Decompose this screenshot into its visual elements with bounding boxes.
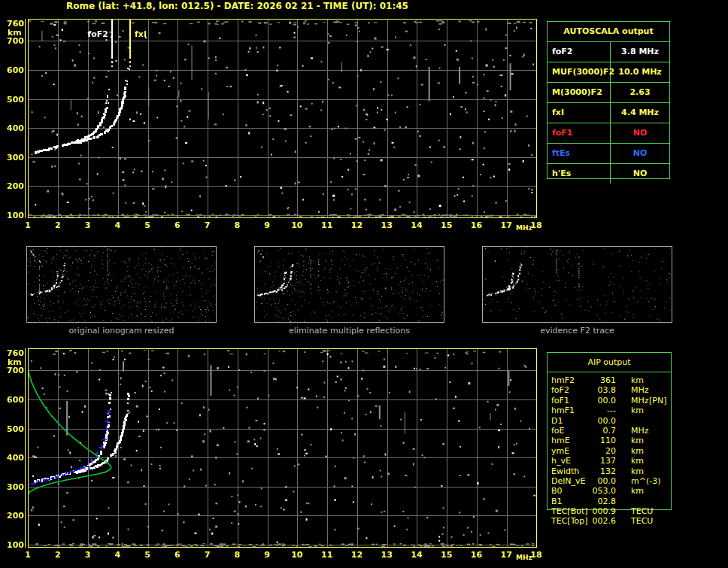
parameter-unit: TECU (631, 516, 653, 526)
x-tick-label: 14 (407, 220, 426, 230)
aip-row-hve: h_vE137km (547, 456, 682, 466)
parameter-value: 000.9 (583, 506, 616, 516)
parameter-unit: m^(-3) (631, 476, 660, 486)
parameter-label: foF2 (551, 385, 569, 395)
bottom-ionogram-plot (28, 348, 537, 548)
y-tick-label: 300 (2, 153, 24, 163)
thumbnail-caption: eliminate multiple reflections (254, 326, 444, 336)
autoscala-row-fxi: fxI4.4 MHz (548, 102, 669, 123)
aip-row-yme: ymE20km (547, 446, 682, 456)
x-tick-label: 15 (437, 220, 457, 230)
x-tick-label: 12 (347, 220, 366, 230)
x-tick-label: 13 (377, 550, 396, 560)
y-tick-label: 300 (2, 482, 24, 492)
parameter-value: 00.0 (583, 416, 616, 426)
x-tick-label: 5 (138, 220, 157, 230)
y-tick-label: 100 (2, 211, 24, 220)
parameter-unit: km (631, 456, 644, 466)
parameter-unit: km (631, 436, 644, 445)
parameter-label: Ewidth (551, 466, 579, 476)
parameter-unit: MHz (631, 396, 649, 405)
thumbnail-original-ionogram-canvas (27, 247, 216, 322)
parameter-label: D1 (551, 416, 563, 426)
aip-row-ewidth: Ewidth132km (547, 466, 682, 476)
parameter-unit: km (631, 405, 644, 415)
parameter-label: MUF(3000)F2 (548, 62, 611, 82)
y-axis-line (25, 19, 26, 218)
top-ionogram-plot (28, 19, 537, 218)
parameter-value: NO (611, 123, 669, 143)
y-tick-label: 100 (2, 540, 24, 550)
parameter-label: foF1 (551, 396, 569, 405)
x-tick-label: 10 (287, 220, 307, 230)
x-tick-label: 14 (407, 550, 426, 560)
aip-row-b1: B102.8 (547, 497, 682, 506)
parameter-value: 20 (583, 446, 616, 456)
parameter-unit: MHz (631, 385, 649, 395)
aip-row-foe: foE0.7MHz (547, 426, 682, 436)
x-tick-label: 6 (168, 550, 187, 560)
parameter-label: B1 (551, 497, 563, 506)
y-axis-unit-label: km (8, 357, 22, 367)
parameter-value: NO (611, 164, 669, 184)
x-tick-label: 9 (257, 220, 277, 230)
parameter-value: 0.7 (583, 426, 616, 436)
y-tick-label: 400 (2, 123, 24, 133)
autoscala-window: Rome (lat: +41.8, lon: 012.5) - DATE: 20… (0, 0, 728, 568)
autoscala-row-fof2: foF23.8 MHz (548, 41, 669, 62)
y-tick-label: 500 (2, 424, 24, 434)
y-axis-line (25, 348, 26, 548)
parameter-label: B0 (551, 486, 563, 496)
parameter-value: 3.8 MHz (611, 42, 669, 62)
parameter-label: hmE (551, 436, 570, 445)
y-tick-label: 400 (2, 453, 24, 463)
autoscala-row-m3000f2: M(3000)F22.63 (548, 82, 669, 102)
x-tick-label: 1 (18, 220, 38, 230)
parameter-value: 2.63 (611, 83, 669, 102)
aip-row-delnve: DelN_vE00.0m^(-3) (547, 476, 682, 486)
thumbnail-evidence-f2-trace (482, 246, 672, 323)
y-tick-label: 200 (2, 511, 24, 521)
x-tick-label: 16 (466, 220, 486, 230)
parameter-label: fxI (548, 103, 611, 123)
autoscala-row-fof1: foF1NO (548, 123, 669, 143)
parameter-value: 02.8 (583, 497, 616, 506)
thumbnail-eliminate-reflections (254, 246, 444, 323)
x-tick-label: 6 (168, 220, 187, 230)
x-tick-label: 16 (466, 550, 486, 560)
aip-row-hme: hmE110km (547, 436, 682, 445)
parameter-value: NO (611, 144, 669, 163)
parameter-unit: km (631, 375, 644, 385)
thumbnail-caption: original ionogram resized (26, 326, 217, 336)
parameter-value: 137 (583, 456, 616, 466)
x-tick-label: 12 (347, 550, 366, 560)
autoscala-table-title: AUTOSCALA output (548, 22, 669, 41)
parameter-flag: [PN] (649, 396, 666, 405)
thumbnail-eliminate-reflections-canvas (255, 247, 444, 322)
x-tick-label: 17 (496, 550, 516, 560)
parameter-value: 002.6 (583, 516, 616, 526)
x-tick-label: 10 (287, 550, 307, 560)
parameter-value: 132 (583, 466, 616, 476)
autoscala-output-table: AUTOSCALA output foF23.8 MHzMUF(3000)F21… (547, 21, 670, 179)
x-tick-label: 11 (317, 550, 337, 560)
thumbnail-original-ionogram (26, 246, 217, 323)
x-tick-label: 3 (78, 220, 98, 230)
parameter-label: h_vE (551, 456, 571, 466)
parameter-label: hmF2 (551, 375, 575, 385)
y-tick-label: 500 (2, 95, 24, 105)
x-tick-label: 2 (48, 220, 68, 230)
parameter-value: 00.0 (583, 396, 616, 405)
parameter-value: 03.8 (583, 385, 616, 395)
parameter-label: M(3000)F2 (548, 83, 611, 102)
x-tick-label: 1 (18, 550, 38, 560)
parameter-value: 00.0 (583, 476, 616, 486)
parameter-value: 053.0 (583, 486, 616, 496)
thumbnail-evidence-f2-trace-canvas (483, 247, 672, 322)
x-tick-label: 13 (377, 220, 396, 230)
aip-row-d1: D100.0 (547, 416, 682, 426)
aip-row-tecbot: TEC[Bot]000.9TECU (547, 506, 682, 516)
aip-table-rows: hmF2361kmfoF203.8MHzfoF100.0MHz[PN]hmF1-… (547, 375, 682, 527)
x-tick-label: 8 (227, 550, 247, 560)
aip-row-b0: B0053.0km (547, 486, 682, 496)
